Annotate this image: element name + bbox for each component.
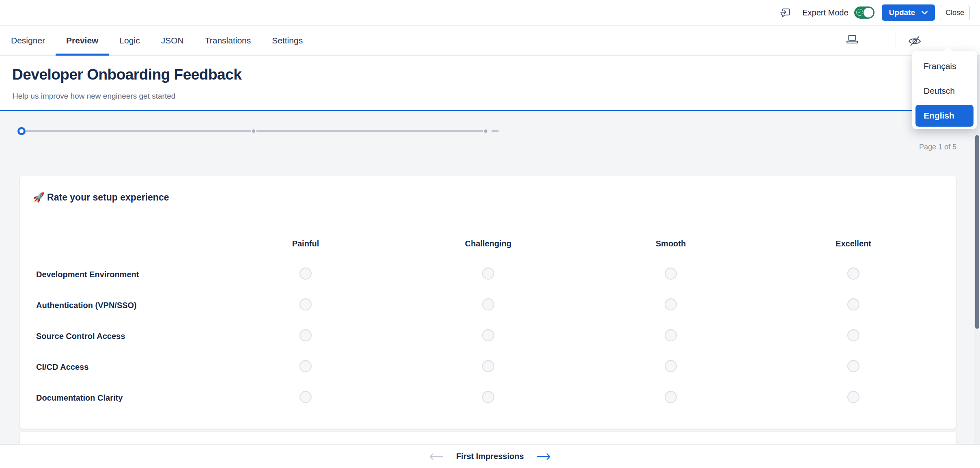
matrix-row-label: Authentication (VPN/SSO) (20, 290, 214, 321)
eye-off-icon[interactable] (908, 35, 922, 47)
language-option-deutsch[interactable]: Deutsch (915, 82, 974, 100)
matrix-radio[interactable] (665, 267, 677, 280)
matrix-cell (397, 259, 579, 290)
matrix-row: Authentication (VPN/SSO) (20, 290, 956, 321)
feedback-icon[interactable] (780, 7, 792, 18)
matrix-row: Development Environment (20, 259, 956, 290)
matrix-cell (762, 321, 945, 352)
chevron-down-icon (922, 11, 928, 15)
matrix-row: Documentation Clarity (20, 382, 956, 413)
matrix-radio[interactable] (482, 329, 494, 341)
matrix-radio[interactable] (299, 360, 312, 372)
matrix-radio[interactable] (482, 391, 494, 403)
progress-segment-end (491, 130, 499, 132)
language-option-english[interactable]: English (915, 105, 974, 127)
tab-json[interactable]: JSON (151, 26, 194, 56)
close-button[interactable]: Close (940, 5, 970, 20)
progress-segment (26, 130, 251, 132)
page-title: Developer Onboarding Feedback (12, 66, 241, 83)
prev-page-arrow-icon[interactable] (429, 453, 444, 460)
matrix-cell (579, 259, 762, 290)
progress-page-dot (252, 129, 255, 133)
matrix-header-row: PainfulChallengingSmoothExcellent (20, 219, 956, 259)
matrix-radio[interactable] (299, 329, 312, 341)
tab-settings[interactable]: Settings (261, 26, 313, 56)
update-button-label: Update (889, 8, 915, 17)
matrix-cell (397, 321, 579, 352)
matrix-row-label: Development Environment (20, 259, 214, 290)
matrix-radio[interactable] (847, 329, 859, 341)
matrix-cell (397, 290, 579, 321)
progress-segment (256, 130, 483, 132)
scrollbar-thumb[interactable] (975, 135, 979, 329)
page-subtitle: Help us improve how new engineers get st… (13, 92, 175, 101)
next-page-arrow-icon[interactable] (536, 453, 551, 460)
footer-nav: First Impressions (0, 444, 980, 468)
app-root: Expert Mode ✓ Update Close DesignerPrevi… (0, 0, 980, 468)
matrix-cell (214, 290, 397, 321)
tab-list: DesignerPreviewLogicJSONTranslationsSett… (11, 26, 313, 56)
tab-logic[interactable]: Logic (109, 26, 150, 56)
question-header: 🚀 Rate your setup experience (20, 176, 956, 219)
matrix-cell (397, 382, 579, 413)
tab-translations[interactable]: Translations (194, 26, 262, 56)
matrix-row-label: Source Control Access (20, 321, 214, 352)
matrix-radio[interactable] (847, 298, 859, 311)
matrix-cell (762, 259, 945, 290)
matrix-cell (214, 382, 397, 413)
matrix-radio[interactable] (482, 298, 494, 311)
matrix-column-header: Smooth (579, 219, 762, 259)
language-dropdown-list: FrançaisDeutschEnglish (915, 57, 974, 127)
matrix-radio[interactable] (665, 391, 677, 403)
progress-current-marker (17, 127, 26, 135)
progress-page-dot (484, 129, 487, 133)
update-button[interactable]: Update (882, 4, 935, 21)
matrix-radio[interactable] (299, 267, 312, 280)
expert-mode-label: Expert Mode (802, 8, 848, 17)
matrix-column-header: Challenging (397, 219, 579, 259)
matrix-radio[interactable] (299, 298, 312, 311)
matrix-column-header: Painful (214, 219, 397, 259)
language-option-francais[interactable]: Français (915, 57, 974, 75)
matrix-corner-cell (20, 219, 214, 259)
matrix-cell (762, 290, 945, 321)
matrix-cell (214, 259, 397, 290)
matrix-cell (579, 352, 762, 382)
progress-bar (17, 127, 499, 135)
matrix-cell (214, 321, 397, 352)
toolbar-divider (896, 30, 896, 50)
matrix-row-label: CI/CD Access (20, 352, 214, 382)
language-dropdown: FrançaisDeutschEnglish (912, 51, 977, 129)
matrix-row: Source Control Access (20, 321, 956, 352)
question-card: 🚀 Rate your setup experience PainfulChal… (19, 176, 956, 429)
matrix-table: PainfulChallengingSmoothExcellent Develo… (20, 219, 956, 413)
matrix-cell (397, 352, 579, 382)
matrix-row-label: Documentation Clarity (20, 382, 214, 413)
matrix-radio[interactable] (665, 298, 677, 311)
tab-preview[interactable]: Preview (56, 26, 109, 56)
expert-mode-toggle[interactable]: ✓ (854, 6, 874, 19)
matrix-cell (214, 352, 397, 382)
matrix-radio[interactable] (665, 360, 677, 372)
matrix-radio[interactable] (847, 391, 859, 403)
survey-header: Developer Onboarding Feedback Help us im… (0, 56, 980, 111)
toggle-check-icon: ✓ (856, 9, 863, 16)
tab-bar: DesignerPreviewLogicJSONTranslationsSett… (0, 26, 980, 56)
matrix-cell (762, 382, 945, 413)
matrix-radio[interactable] (847, 360, 859, 372)
top-bar: Expert Mode ✓ Update Close (0, 0, 980, 26)
question-title: 🚀 Rate your setup experience (33, 192, 169, 203)
matrix-cell (762, 352, 945, 382)
matrix-radio[interactable] (847, 267, 859, 280)
matrix-radio[interactable] (482, 267, 494, 280)
matrix-radio[interactable] (665, 329, 677, 341)
matrix-cell (579, 382, 762, 413)
laptop-icon[interactable] (845, 35, 859, 44)
matrix-cell (579, 290, 762, 321)
tab-designer[interactable]: Designer (11, 26, 56, 56)
current-page-title: First Impressions (456, 452, 524, 461)
matrix-radio[interactable] (299, 391, 312, 403)
matrix-cell (579, 321, 762, 352)
matrix-row: CI/CD Access (20, 352, 956, 382)
matrix-radio[interactable] (482, 360, 494, 372)
